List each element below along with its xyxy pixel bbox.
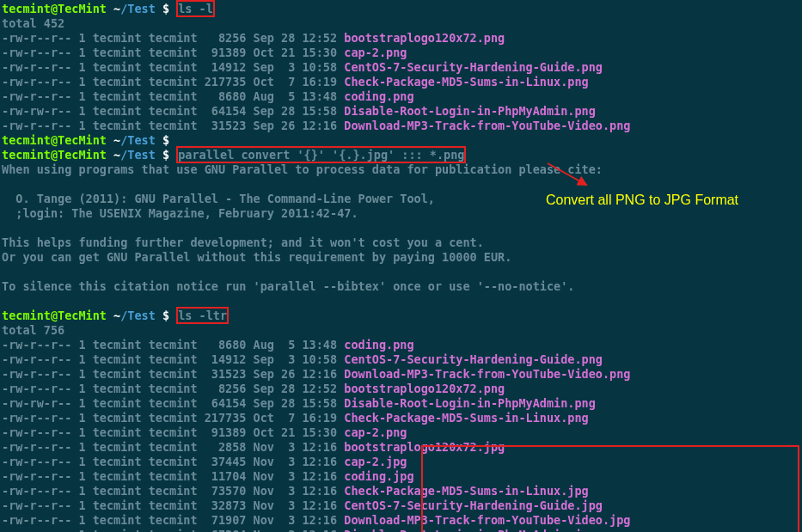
file-name: bootstraplogo120x72.png (344, 31, 505, 45)
file-row: -rw-r--r-- 1 tecmint tecmint 67384 Nov 3… (2, 528, 800, 532)
file-perms: -rw-r--r-- 1 tecmint tecmint 11704 Nov 3… (2, 469, 344, 483)
file-name: CentOS-7-Security-Hardening-Guide.png (344, 60, 603, 74)
file-row: -rw-r--r-- 1 tecmint tecmint 217735 Oct … (2, 411, 800, 425)
file-row: -rw-r--r-- 1 tecmint tecmint 91389 Oct 2… (2, 425, 800, 440)
file-perms: -rw-r--r-- 1 tecmint tecmint 8680 Aug 5 … (2, 89, 344, 103)
file-perms: -rw-r--r-- 1 tecmint tecmint 71907 Nov 3… (2, 513, 344, 527)
file-row: -rw-r--r-- 1 tecmint tecmint 32873 Nov 3… (2, 498, 800, 513)
cmd3: ls -ltr (178, 309, 227, 322)
file-row: -rw-r--r-- 1 tecmint tecmint 8256 Sep 28… (2, 382, 800, 396)
file-name: coding.jpg (344, 469, 413, 483)
output-line (2, 265, 800, 279)
terminal-output: tecmint@TecMint ~/Test $ ls -l total 452… (2, 2, 800, 532)
file-row: -rw-r--r-- 1 tecmint tecmint 91389 Oct 2… (2, 46, 800, 60)
cmd1-box: ls -l (176, 0, 215, 17)
file-name: Check-Package-MD5-Sums-in-Linux.jpg (344, 484, 588, 498)
prompt-line-3[interactable]: tecmint@TecMint ~/Test $ ls -ltr (2, 309, 800, 323)
file-name: Download-MP3-Track-from-YouTube-Video.jp… (344, 513, 630, 527)
cmd3-box: ls -ltr (176, 307, 229, 324)
file-perms: -rw-r--r-- 1 tecmint tecmint 31523 Sep 2… (2, 367, 344, 381)
file-row: -rw-r--r-- 1 tecmint tecmint 37445 Nov 3… (2, 455, 800, 469)
output-line (2, 221, 800, 235)
file-listing-1: -rw-r--r-- 1 tecmint tecmint 8256 Sep 28… (2, 31, 800, 133)
file-name: Disable-Root-Login-in-PhpMyAdmin.png (344, 396, 596, 410)
svg-line-1 (548, 163, 586, 185)
file-name: coding.png (344, 89, 413, 103)
file-name: Check-Package-MD5-Sums-in-Linux.png (344, 75, 588, 89)
file-row: -rw-rw-r-- 1 tecmint tecmint 64154 Sep 2… (2, 104, 800, 119)
dollar: $ (156, 2, 176, 15)
file-row: -rw-r--r-- 1 tecmint tecmint 11704 Nov 3… (2, 469, 800, 484)
file-perms: -rw-r--r-- 1 tecmint tecmint 31523 Sep 2… (2, 119, 344, 132)
file-perms: -rw-r--r-- 1 tecmint tecmint 14912 Sep 3… (2, 352, 344, 366)
file-name: cap-2.jpg (344, 455, 407, 468)
output-line: ;login: The USENIX Magazine, February 20… (2, 206, 800, 221)
file-name: Disable-Root-Login-in-PhpMyAdmin.jpg (344, 528, 596, 532)
file-row: -rw-r--r-- 1 tecmint tecmint 73570 Nov 3… (2, 484, 800, 498)
output-line: When using programs that use GNU Paralle… (2, 162, 800, 177)
file-perms: -rw-r--r-- 1 tecmint tecmint 37445 Nov 3… (2, 455, 344, 468)
file-row: -rw-r--r-- 1 tecmint tecmint 8256 Sep 28… (2, 31, 800, 46)
cmd2-box: parallel convert '{}' '{.}.jpg' ::: *.pn… (176, 146, 466, 163)
file-name: Check-Package-MD5-Sums-in-Linux.png (344, 411, 588, 425)
file-name: CentOS-7-Security-Hardening-Guide.png (344, 352, 603, 366)
user-host: tecmint@TecMint (2, 2, 107, 15)
file-listing-3b: -rw-r--r-- 1 tecmint tecmint 2858 Nov 3 … (2, 440, 800, 532)
file-perms: -rw-r--r-- 1 tecmint tecmint 32873 Nov 3… (2, 498, 344, 512)
file-listing-3a: -rw-r--r-- 1 tecmint tecmint 8680 Aug 5 … (2, 338, 800, 440)
file-name: Download-MP3-Track-from-YouTube-Video.pn… (344, 119, 630, 132)
prompt-line-1[interactable]: tecmint@TecMint ~/Test $ ls -l (2, 2, 800, 16)
file-perms: -rw-r--r-- 1 tecmint tecmint 67384 Nov 3… (2, 528, 344, 532)
total-1: total 452 (2, 16, 800, 31)
file-row: -rw-r--r-- 1 tecmint tecmint 14912 Sep 3… (2, 60, 800, 75)
file-perms: -rw-r--r-- 1 tecmint tecmint 8256 Sep 28… (2, 31, 344, 45)
file-perms: -rw-r--r-- 1 tecmint tecmint 217735 Oct … (2, 411, 344, 425)
file-perms: -rw-rw-r-- 1 tecmint tecmint 64154 Sep 2… (2, 396, 344, 410)
arrow-icon (545, 161, 597, 195)
file-perms: -rw-r--r-- 1 tecmint tecmint 8680 Aug 5 … (2, 338, 344, 352)
file-name: Download-MP3-Track-from-YouTube-Video.pn… (344, 367, 630, 381)
file-row: -rw-r--r-- 1 tecmint tecmint 31523 Sep 2… (2, 367, 800, 382)
output-line: This helps funding further development; … (2, 235, 800, 250)
cmd1: ls -l (178, 2, 213, 15)
annotation-text: Convert all PNG to JPG Format (546, 193, 738, 207)
file-name: bootstraplogo120x72.png (344, 382, 505, 395)
parallel-output: When using programs that use GNU Paralle… (2, 162, 800, 294)
file-perms: -rw-r--r-- 1 tecmint tecmint 73570 Nov 3… (2, 484, 344, 498)
file-name: bootstraplogo120x72.jpg (344, 440, 505, 454)
file-perms: -rw-r--r-- 1 tecmint tecmint 14912 Sep 3… (2, 60, 344, 74)
file-perms: -rw-r--r-- 1 tecmint tecmint 8256 Sep 28… (2, 382, 344, 395)
path-dir: /Test (120, 2, 156, 15)
cmd2: parallel convert '{}' '{.}.jpg' ::: *.pn… (178, 148, 464, 162)
file-row: -rw-r--r-- 1 tecmint tecmint 8680 Aug 5 … (2, 338, 800, 352)
file-name: CentOS-7-Security-Hardening-Guide.jpg (344, 498, 603, 512)
file-name: cap-2.png (344, 46, 407, 59)
file-perms: -rw-r--r-- 1 tecmint tecmint 2858 Nov 3 … (2, 440, 344, 454)
file-row: -rw-r--r-- 1 tecmint tecmint 2858 Nov 3 … (2, 440, 800, 455)
file-row: -rw-r--r-- 1 tecmint tecmint 71907 Nov 3… (2, 513, 800, 528)
file-perms: -rw-r--r-- 1 tecmint tecmint 217735 Oct … (2, 75, 344, 89)
blank-line (2, 294, 800, 309)
file-perms: -rw-rw-r-- 1 tecmint tecmint 64154 Sep 2… (2, 104, 344, 118)
file-name: coding.png (344, 338, 413, 352)
file-row: -rw-r--r-- 1 tecmint tecmint 8680 Aug 5 … (2, 89, 800, 104)
file-row: -rw-r--r-- 1 tecmint tecmint 14912 Sep 3… (2, 352, 800, 367)
file-name: cap-2.png (344, 425, 407, 439)
file-name: Disable-Root-Login-in-PhpMyAdmin.png (344, 104, 596, 118)
file-row: -rw-rw-r-- 1 tecmint tecmint 64154 Sep 2… (2, 396, 800, 411)
total-3: total 756 (2, 323, 800, 338)
output-line: Or you can get GNU Parallel without this… (2, 250, 800, 265)
output-line: To silence this citation notice run 'par… (2, 279, 800, 294)
file-perms: -rw-r--r-- 1 tecmint tecmint 91389 Oct 2… (2, 46, 344, 59)
file-row: -rw-r--r-- 1 tecmint tecmint 31523 Sep 2… (2, 119, 800, 133)
file-perms: -rw-r--r-- 1 tecmint tecmint 91389 Oct 2… (2, 425, 344, 439)
prompt-line-2[interactable]: tecmint@TecMint ~/Test $ parallel conver… (2, 148, 800, 162)
file-row: -rw-r--r-- 1 tecmint tecmint 217735 Oct … (2, 75, 800, 89)
output-line (2, 177, 800, 192)
path-tilde: ~ (113, 2, 120, 15)
